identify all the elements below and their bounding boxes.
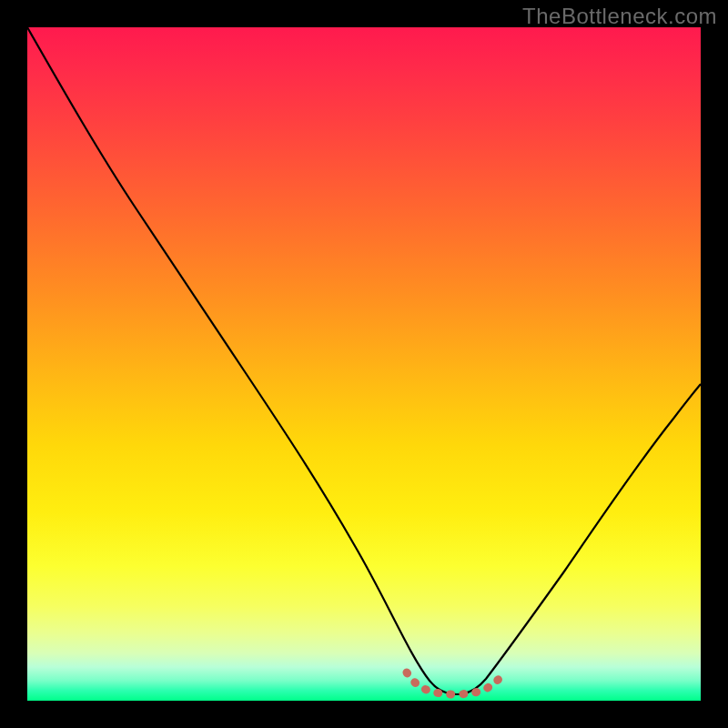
chart-frame: TheBottleneck.com: [0, 0, 728, 728]
bottleneck-curve: [27, 27, 701, 694]
plot-area: [27, 27, 701, 701]
watermark-text: TheBottleneck.com: [522, 4, 717, 29]
curve-layer: [27, 27, 701, 701]
